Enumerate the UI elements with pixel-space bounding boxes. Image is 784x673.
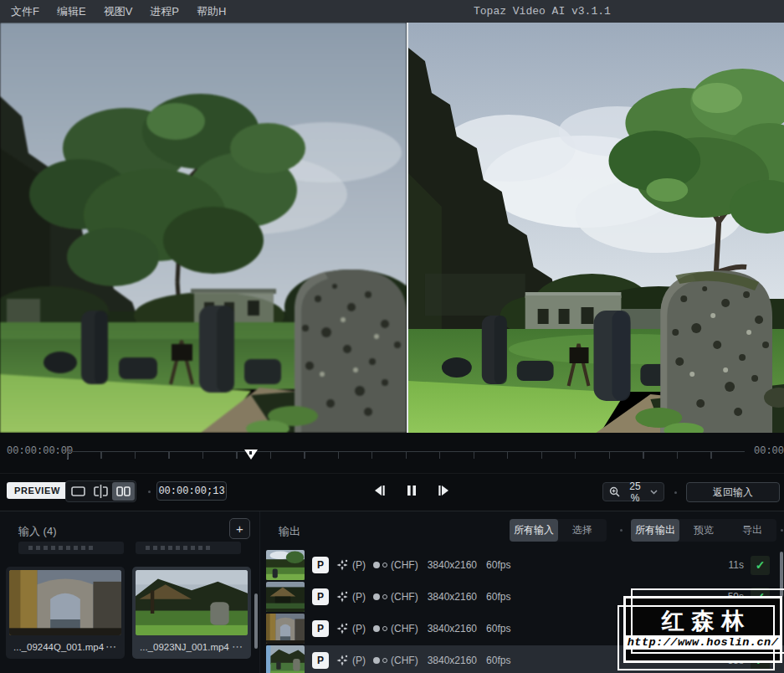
view-mode-group <box>65 480 136 502</box>
ruler-ticks <box>67 452 745 459</box>
preview-original-pane[interactable] <box>0 23 407 433</box>
model-label: (P) <box>352 559 366 571</box>
video-preview <box>0 23 784 433</box>
enhancement-sparkle-icon <box>336 559 348 571</box>
preview-badge: P <box>312 652 329 669</box>
step-forward-button[interactable] <box>438 483 450 498</box>
file-thumbnail <box>9 570 121 635</box>
playback-controls-bar: PREVIEW <box>0 473 784 511</box>
transport-controls <box>373 483 450 498</box>
watermark-box: 红森林 http://www.hoslin.cn/ <box>623 596 782 663</box>
step-back-button[interactable] <box>373 483 386 498</box>
duration-label: 11s <box>729 559 744 571</box>
watermark-overlay: 红森林 http://www.hoslin.cn/ <box>623 596 782 663</box>
separator-dot <box>56 491 59 493</box>
input-panel: 输入 (4) + ..._09244Q_001.mp4 <box>0 511 259 673</box>
input-panel-title: 输入 (4) <box>18 524 57 539</box>
clipped-file-card[interactable] <box>18 542 124 554</box>
field-thumbnail-image <box>266 550 305 580</box>
resolution-label: 3840x2160 <box>428 591 477 603</box>
preview-enhanced-pane[interactable] <box>408 23 784 433</box>
fps-label: 60fps <box>486 655 510 666</box>
step-forward-icon <box>438 485 450 496</box>
model-label: (P) <box>352 591 366 603</box>
view-mode-split-button[interactable] <box>90 482 112 501</box>
preview-button[interactable]: PREVIEW <box>7 482 68 499</box>
menu-process[interactable]: 进程P <box>146 4 182 19</box>
status-dots-icon <box>373 657 387 664</box>
output-row-thumbnail <box>266 645 305 673</box>
side-by-side-icon <box>116 486 131 496</box>
status-dots-icon <box>373 593 387 600</box>
format-label: (CHF) <box>391 591 418 603</box>
hut-thumbnail-image <box>266 582 305 612</box>
separator-dot <box>148 491 151 493</box>
chevron-down-icon <box>650 490 658 495</box>
file-name: ..._0923NJ_001.mp4 <box>140 642 229 652</box>
done-check-icon: ✓ <box>751 556 770 575</box>
menu-help[interactable]: 帮助H <box>193 4 229 19</box>
return-to-input-button[interactable]: 返回输入 <box>686 482 780 502</box>
status-dots-icon <box>373 625 387 632</box>
format-label: (CHF) <box>391 559 418 571</box>
timeline-end-timecode: 00:00:0 <box>754 445 784 457</box>
output-row-thumbnail <box>266 614 305 644</box>
ruins-thumbnail-image <box>136 570 248 635</box>
watermark-title: 红森林 <box>654 610 752 633</box>
view-mode-side-by-side-button[interactable] <box>112 482 135 501</box>
watermark-url: http://www.hoslin.cn/ <box>624 635 782 650</box>
output-row[interactable]: P (P) (CHF) 3840x2160 60fps 11s ✓ <box>266 550 784 580</box>
menu-file[interactable]: 文件F <box>8 4 43 19</box>
file-name: ..._09244Q_001.mp4 <box>13 642 104 652</box>
step-back-icon <box>373 485 386 496</box>
menu-bar: 文件F 编辑E 视图V 进程P 帮助H Topaz Video AI v3.1.… <box>0 0 784 23</box>
output-row-thumbnail <box>266 550 305 580</box>
file-more-menu[interactable]: ⋯ <box>232 640 243 653</box>
enhancement-sparkle-icon <box>336 623 348 634</box>
enhancement-sparkle-icon <box>336 655 348 666</box>
pause-icon <box>407 485 417 496</box>
arch-thumbnail-image <box>266 614 305 644</box>
original-frame-image <box>0 23 407 433</box>
resolution-label: 3840x2160 <box>428 559 477 571</box>
separator-dot <box>674 491 677 494</box>
file-thumbnail <box>136 570 248 635</box>
frame-timecode-input[interactable] <box>156 481 227 501</box>
fps-label: 60fps <box>486 559 510 571</box>
playhead-marker[interactable] <box>244 450 258 460</box>
preview-badge: P <box>312 620 329 637</box>
magnifier-icon <box>609 486 620 497</box>
format-label: (CHF) <box>391 623 418 634</box>
menu-edit[interactable]: 编辑E <box>54 4 90 19</box>
view-mode-single-button[interactable] <box>67 482 90 501</box>
preview-badge: P <box>312 557 329 573</box>
input-file-card-selected[interactable]: ..._0923NJ_001.mp4 ⋯ <box>132 567 251 659</box>
add-input-button[interactable]: + <box>229 518 250 539</box>
file-more-menu[interactable]: ⋯ <box>105 640 117 653</box>
single-view-icon <box>71 486 85 496</box>
status-dots-icon <box>373 562 387 568</box>
timeline-current-timecode: 00:00:00:00 <box>7 445 73 457</box>
pause-button[interactable] <box>407 483 417 498</box>
format-label: (CHF) <box>391 655 418 666</box>
fps-label: 60fps <box>486 623 510 634</box>
menu-view[interactable]: 视图V <box>100 4 136 19</box>
arch-thumbnail-image <box>9 570 121 635</box>
clipped-file-card[interactable] <box>136 542 241 554</box>
model-label: (P) <box>352 655 366 666</box>
input-panel-scrollbar[interactable] <box>254 593 258 649</box>
zoom-level-dropdown[interactable]: 25 % <box>602 482 664 501</box>
enhanced-frame-image <box>408 23 784 433</box>
app-title: Topaz Video AI v3.1.1 <box>474 0 611 23</box>
split-view-icon <box>94 485 108 498</box>
model-label: (P) <box>352 623 366 634</box>
timeline: 00:00:00:00 00:00:0 <box>0 433 784 473</box>
output-row-thumbnail <box>266 582 305 612</box>
resolution-label: 3840x2160 <box>428 623 477 634</box>
resolution-label: 3840x2160 <box>428 655 477 666</box>
zoom-level-value: 25 % <box>624 480 646 504</box>
fps-label: 60fps <box>486 591 510 603</box>
timeline-ruler[interactable] <box>67 446 745 461</box>
enhancement-sparkle-icon <box>336 591 348 603</box>
input-file-card[interactable]: ..._09244Q_001.mp4 ⋯ <box>6 567 125 659</box>
